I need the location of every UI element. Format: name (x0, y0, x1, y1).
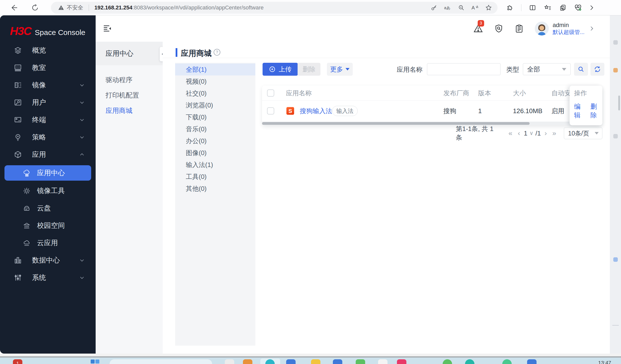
app-name-input[interactable] (427, 63, 501, 75)
taskbar-app-icon[interactable] (333, 359, 342, 364)
refresh-list-button[interactable] (590, 63, 604, 76)
category-image[interactable]: 图像(0) (175, 147, 255, 159)
taskbar-badge-app-icon[interactable]: 1 (13, 359, 22, 364)
delete-button[interactable]: 删除 (298, 63, 320, 76)
taskbar-app-icon[interactable] (443, 359, 452, 364)
collections-star-icon[interactable] (544, 4, 552, 11)
category-social[interactable]: 社交(0) (175, 87, 255, 99)
split-screen-icon[interactable] (529, 4, 536, 11)
sidebar-item-cloud-disk[interactable]: 云盘 (0, 199, 96, 217)
more-toolbar-icon[interactable] (589, 4, 595, 11)
sidebar-item-overview[interactable]: 概览 (0, 42, 96, 59)
translate-icon[interactable]: aあ (444, 4, 451, 11)
category-video[interactable]: 视频(0) (175, 75, 255, 87)
audit-log-icon[interactable] (514, 24, 524, 33)
category-other[interactable]: 其他(0) (175, 183, 255, 195)
browser-essentials-icon[interactable] (574, 4, 582, 12)
sidebar-item-image[interactable]: 镜像 (0, 76, 96, 94)
cell-auto-install: 启用 (551, 107, 564, 115)
category-download[interactable]: 下载(0) (175, 111, 255, 123)
rail-app-icon[interactable] (613, 257, 618, 262)
back-arrow-icon (10, 4, 18, 12)
taskbar-search-box[interactable] (109, 359, 212, 364)
sidebar-item-campus-space[interactable]: 校园空间 (0, 217, 96, 234)
url-path: :8083/workspace/#/vdi/application/appCen… (132, 4, 264, 11)
prev-page-button[interactable]: ‹ (518, 129, 520, 137)
address-bar[interactable]: 不安全 192.168.21.254:8083/workspace/#/vdi/… (51, 2, 498, 14)
page-size-select[interactable]: 10条/页 (564, 127, 602, 139)
zoom-out-icon[interactable] (458, 4, 465, 11)
taskbar-app-icon[interactable] (356, 359, 365, 364)
sidebar-item-datacenter[interactable]: 数据中心 (0, 252, 96, 269)
submenu-item-app-store[interactable]: 应用商城 (96, 103, 163, 118)
taskbar-app-icon[interactable] (502, 359, 512, 364)
app-cube-icon (14, 150, 22, 159)
taskbar-app-icon[interactable] (527, 359, 537, 364)
search-button[interactable] (574, 63, 588, 76)
sidebar-item-app-center[interactable]: 应用中心 (4, 165, 91, 181)
policy-bulb-icon (14, 133, 22, 141)
submenu-item-drivers[interactable]: 驱动程序 (96, 72, 163, 88)
sidebar-item-cloud-app[interactable]: 云应用 (0, 234, 96, 252)
last-page-button[interactable]: » (552, 129, 556, 137)
category-office[interactable]: 办公(0) (175, 135, 255, 147)
submenu-item-printer-config[interactable]: 打印机配置 (96, 88, 163, 103)
select-all-checkbox[interactable] (267, 89, 274, 97)
sidebar-item-image-tools[interactable]: 镜像工具 (0, 182, 96, 199)
sidebar-item-system[interactable]: 系统 (0, 269, 96, 286)
category-input-method[interactable]: 输入法(1) (175, 159, 255, 171)
page-scrollbar-thumb[interactable] (618, 96, 620, 110)
taskbar-app-icon[interactable] (378, 359, 388, 364)
col-vendor: 发布厂商 (443, 89, 469, 97)
browser-back-button[interactable] (9, 3, 19, 12)
taskbar-clock[interactable]: 13:47 (598, 360, 611, 364)
rail-app-icon[interactable] (613, 68, 618, 72)
chevron-right-icon[interactable] (588, 25, 595, 32)
taskbar-app-icon[interactable] (397, 359, 406, 364)
upload-button[interactable]: 上传 (263, 63, 298, 76)
row-checkbox[interactable] (267, 107, 274, 115)
favorite-star-icon[interactable] (485, 4, 492, 11)
svg-text:A: A (471, 5, 475, 10)
copy-add-icon[interactable] (559, 4, 567, 11)
classroom-board-icon (14, 64, 22, 72)
user-menu[interactable]: admin 默认超级管... (535, 21, 595, 36)
page-caret-icon[interactable]: ∨ (529, 130, 533, 136)
collapse-menu-icon[interactable] (103, 24, 112, 33)
sidebar-item-classroom[interactable]: 教室 (0, 59, 96, 76)
read-aloud-icon[interactable]: A (471, 4, 479, 11)
edit-link[interactable]: 编辑 (574, 102, 586, 120)
next-page-button[interactable]: › (544, 129, 547, 137)
app-center-cloud-icon (23, 169, 31, 177)
category-music[interactable]: 音乐(0) (175, 123, 255, 135)
sidebar-item-terminal[interactable]: 终端 (0, 111, 96, 129)
rail-app-icon[interactable] (613, 134, 618, 138)
sidebar-item-application[interactable]: 应用 (0, 146, 96, 163)
current-page[interactable]: 1 (524, 130, 527, 137)
user-role[interactable]: 默认超级管... (553, 29, 584, 36)
windows-start-icon[interactable] (91, 360, 100, 364)
taskbar-app-icon[interactable] (286, 359, 296, 364)
taskbar-app-icon[interactable] (243, 359, 252, 364)
security-status[interactable]: 不安全 (58, 4, 83, 11)
taskbar-app-icon[interactable] (225, 359, 234, 364)
app-name-link[interactable]: 搜狗输入法 (300, 107, 332, 115)
col-app-name: 应用名称 (286, 89, 312, 97)
category-browser[interactable]: 浏览器(0) (175, 99, 255, 111)
more-button[interactable]: 更多 (327, 63, 353, 76)
category-tools[interactable]: 工具(0) (175, 171, 255, 183)
delete-link[interactable]: 删除 (590, 102, 602, 120)
type-select[interactable]: 全部 (523, 63, 571, 75)
sidebar-item-policy[interactable]: 策略 (0, 129, 96, 146)
alerts-button[interactable]: 3 (473, 24, 483, 33)
browser-refresh-button[interactable] (30, 3, 40, 12)
first-page-button[interactable]: « (508, 129, 512, 137)
rail-app-icon[interactable] (613, 40, 618, 45)
password-key-icon[interactable] (430, 4, 437, 11)
taskbar-app-icon[interactable] (311, 359, 320, 364)
security-check-icon[interactable] (494, 24, 504, 33)
taskbar-app-icon[interactable] (465, 359, 474, 364)
extensions-puzzle-icon[interactable] (506, 4, 514, 11)
help-icon[interactable]: ? (214, 49, 220, 56)
sidebar-item-user[interactable]: 用户 (0, 94, 96, 111)
